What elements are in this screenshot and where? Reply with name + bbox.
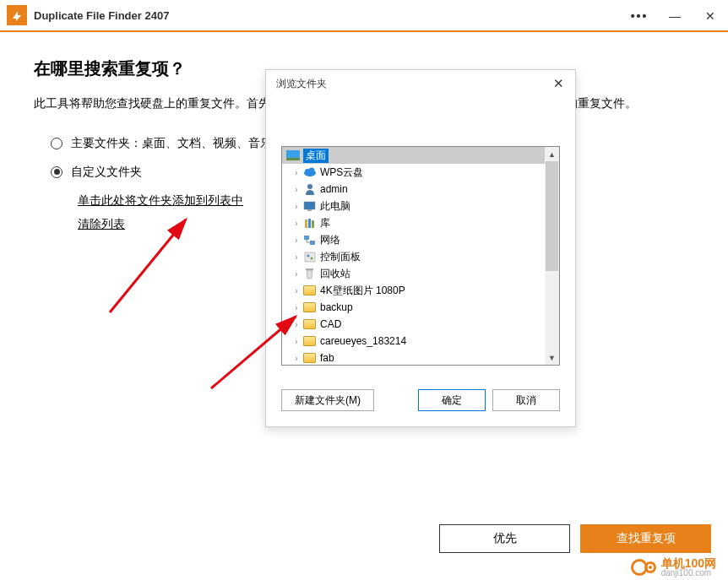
new-folder-button[interactable]: 新建文件夹(M) (281, 389, 374, 411)
tree-item-label: admin (320, 183, 348, 195)
radio-label: 主要文件夹：桌面、文档、视频、音乐 (71, 136, 272, 151)
svg-rect-13 (305, 252, 315, 262)
tree-item[interactable]: ›此电脑 (282, 198, 559, 214)
folder-icon (302, 318, 317, 331)
svg-rect-1 (286, 158, 300, 160)
dialog-title: 浏览文件夹 (276, 77, 327, 91)
svg-rect-10 (312, 220, 314, 228)
svg-point-4 (308, 168, 314, 174)
dialog-buttons: 新建文件夹(M) 确定 取消 (266, 379, 575, 426)
app-icon (7, 5, 27, 25)
tree-root-desktop[interactable]: 桌面 (282, 147, 559, 164)
expand-icon[interactable]: › (291, 286, 302, 295)
expand-icon[interactable]: › (291, 320, 302, 329)
svg-rect-9 (308, 219, 311, 228)
tree-label: 桌面 (303, 149, 329, 163)
radio-icon (51, 138, 62, 149)
watermark-logo-icon (631, 559, 656, 576)
titlebar: Duplicate File Finder 2407 ••• — ✕ (0, 0, 728, 32)
expand-icon[interactable]: › (291, 252, 302, 262)
folder-icon (302, 301, 317, 314)
tree-item[interactable]: ›backup (282, 299, 559, 316)
tree-item-label: WPS云盘 (320, 165, 363, 180)
expand-icon[interactable]: › (291, 168, 302, 177)
scroll-up-icon[interactable]: ▲ (545, 147, 559, 161)
expand-icon[interactable]: › (291, 219, 302, 228)
tree-item[interactable]: ›fab (282, 350, 559, 366)
svg-line-17 (110, 220, 186, 312)
close-button[interactable]: ✕ (693, 0, 728, 32)
tree-item-label: 控制面板 (320, 250, 361, 264)
scroll-thumb[interactable] (546, 161, 558, 271)
expand-icon[interactable]: › (291, 354, 302, 363)
tree-item-label: CAD (320, 318, 341, 330)
expand-icon[interactable]: › (291, 269, 302, 279)
cp-icon (302, 251, 317, 263)
expand-icon[interactable]: › (291, 202, 302, 211)
tree-item[interactable]: ›careueyes_183214 (282, 333, 559, 350)
tree-item-label: 回收站 (320, 267, 350, 281)
tree-item-label: careueyes_183214 (320, 335, 406, 347)
lib-icon (302, 217, 317, 230)
folder-tree[interactable]: 桌面 ›WPS云盘›admin›此电脑›库›网络›控制面板›回收站›4K壁纸图片… (281, 146, 560, 366)
tree-item-label: backup (320, 301, 353, 313)
window-controls: ••• — ✕ (622, 0, 728, 32)
folder-icon (302, 285, 317, 297)
folder-icon (302, 352, 317, 365)
tree-item-label: 库 (320, 216, 330, 230)
watermark-cn: 单机100网 (661, 557, 716, 569)
minimize-button[interactable]: — (657, 0, 693, 32)
app-title: Duplicate File Finder 2407 (34, 9, 169, 22)
tree-item[interactable]: ›admin (282, 181, 559, 198)
svg-rect-16 (306, 268, 313, 270)
watermark-en: danji100.com (661, 569, 716, 577)
expand-icon[interactable]: › (291, 337, 302, 346)
tree-item[interactable]: ›网络 (282, 231, 559, 248)
svg-point-15 (310, 257, 312, 259)
pc-icon (302, 200, 317, 213)
expand-icon[interactable]: › (291, 236, 302, 245)
footer-buttons: 优先 查找重复项 (439, 524, 711, 553)
dialog-close-button[interactable]: ✕ (545, 72, 572, 95)
svg-rect-8 (305, 220, 307, 228)
browse-folder-dialog: 浏览文件夹 ✕ 桌面 ›WPS云盘›admin›此电脑›库›网络›控制面板›回收… (265, 69, 576, 427)
tree-item-label: 4K壁纸图片 1080P (320, 284, 405, 298)
find-duplicates-button[interactable]: 查找重复项 (580, 524, 711, 553)
priority-button[interactable]: 优先 (439, 524, 570, 553)
expand-icon[interactable]: › (291, 303, 302, 312)
tree-item-label: fab (320, 352, 334, 364)
tree-item[interactable]: ›WPS云盘 (282, 164, 559, 181)
svg-rect-7 (307, 209, 312, 211)
tree-item[interactable]: ›回收站 (282, 265, 559, 282)
desktop-icon (285, 149, 300, 162)
watermark: 单机100网 danji100.com (631, 557, 716, 577)
svg-point-14 (307, 254, 309, 257)
svg-rect-6 (304, 202, 315, 209)
bin-icon (302, 268, 317, 280)
radio-icon-checked (51, 166, 62, 178)
cloud-icon (302, 166, 317, 179)
tree-item-label: 此电脑 (320, 199, 350, 214)
tree-item-label: 网络 (320, 233, 340, 247)
ok-button[interactable]: 确定 (418, 389, 486, 411)
expand-icon[interactable]: › (291, 185, 302, 194)
svg-rect-12 (310, 241, 315, 245)
tree-item[interactable]: ›库 (282, 214, 559, 231)
dialog-titlebar: 浏览文件夹 ✕ (266, 70, 575, 97)
svg-point-5 (307, 184, 312, 189)
svg-rect-11 (304, 236, 309, 240)
more-button[interactable]: ••• (622, 0, 657, 32)
scroll-down-icon[interactable]: ▼ (545, 350, 559, 365)
net-icon (302, 234, 317, 247)
user-icon (302, 183, 317, 196)
tree-item[interactable]: ›CAD (282, 316, 559, 333)
cancel-button[interactable]: 取消 (492, 389, 560, 411)
tree-item[interactable]: ›控制面板 (282, 248, 559, 265)
radio-label: 自定义文件夹 (71, 165, 142, 180)
watermark-text: 单机100网 danji100.com (661, 557, 716, 577)
tree-scrollbar[interactable]: ▲ ▼ (545, 147, 559, 365)
tree-item[interactable]: ›4K壁纸图片 1080P (282, 282, 559, 299)
folder-icon (302, 335, 317, 348)
